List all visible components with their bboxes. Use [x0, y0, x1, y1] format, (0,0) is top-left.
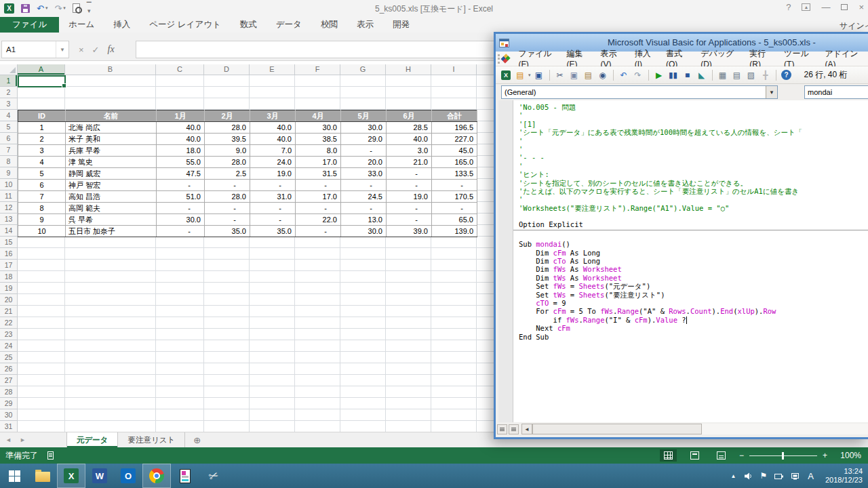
row-header-2[interactable]: 2	[0, 87, 18, 98]
table-cell[interactable]: 静岡 威宏	[66, 168, 157, 180]
table-cell[interactable]: -	[432, 180, 477, 191]
help-icon[interactable]: ?	[781, 69, 793, 81]
table-header-cell[interactable]: 1月	[157, 110, 205, 122]
table-cell[interactable]: 呉 早希	[66, 214, 157, 226]
table-header-cell[interactable]: ID	[18, 110, 66, 122]
column-header-I[interactable]: I	[431, 64, 477, 75]
table-cell[interactable]: -	[296, 180, 341, 191]
column-header-D[interactable]: D	[204, 64, 250, 75]
code-margin-bar[interactable]	[498, 100, 513, 422]
table-cell[interactable]: -	[387, 168, 432, 180]
table-header-cell[interactable]: 6月	[387, 110, 432, 122]
select-all-corner[interactable]	[0, 64, 18, 75]
column-header-E[interactable]: E	[250, 64, 295, 75]
column-header-G[interactable]: G	[340, 64, 386, 75]
code-editor[interactable]: 'No.005 - 問題''[1]'シート「元データ」にある表で残業時間が100…	[498, 100, 868, 422]
table-cell[interactable]: 高知 昌浩	[66, 191, 157, 203]
code-line[interactable]: cTO = 9	[519, 299, 868, 307]
table-cell[interactable]: 39.5	[205, 134, 250, 145]
taskbar-snipping-tool[interactable]: ✂	[199, 464, 228, 488]
code-line[interactable]: if fWs.Range("I" & cFm).Value ?	[519, 316, 868, 324]
table-cell[interactable]: 35.0	[250, 226, 296, 237]
table-header-cell[interactable]: 2月	[205, 110, 250, 122]
insert-function-icon[interactable]: fx	[108, 44, 115, 55]
code-line[interactable]: 'No.005 - 問題	[519, 103, 868, 111]
table-cell[interactable]: -	[250, 203, 296, 214]
table-cell[interactable]: 9	[18, 214, 66, 226]
table-cell[interactable]: 9.0	[205, 145, 250, 157]
table-cell[interactable]: -	[432, 203, 477, 214]
chevron-down-icon[interactable]: ▼	[766, 86, 777, 98]
code-line[interactable]	[519, 212, 868, 220]
code-line[interactable]: Option Explicit	[519, 220, 868, 228]
redo-icon[interactable]: ↷	[632, 69, 644, 81]
network-icon[interactable]	[791, 472, 800, 480]
code-line[interactable]: '	[519, 111, 868, 119]
taskbar-chrome[interactable]	[142, 464, 171, 488]
table-cell[interactable]: 55.0	[157, 157, 205, 168]
table-cell[interactable]: 40.0	[157, 122, 205, 134]
zoom-slider-thumb[interactable]	[782, 452, 784, 460]
row-header-23[interactable]: 23	[0, 329, 18, 340]
enter-icon[interactable]: ✓	[92, 45, 100, 55]
code-line[interactable]: Dim cTo As Long	[519, 257, 868, 265]
save-button[interactable]	[21, 4, 30, 13]
table-header-cell[interactable]: 4月	[296, 110, 341, 122]
code-line[interactable]: '	[519, 195, 868, 203]
table-cell[interactable]: 2	[18, 134, 66, 145]
zoom-percentage[interactable]: 100%	[837, 451, 861, 460]
table-cell[interactable]: 30.0	[341, 122, 387, 134]
ribbon-display-options-button[interactable]: ▲	[802, 3, 810, 11]
table-cell[interactable]: 19.0	[387, 191, 432, 203]
row-header-27[interactable]: 27	[0, 375, 18, 386]
row-header-15[interactable]: 15	[0, 237, 18, 248]
cut-icon[interactable]: ✂	[554, 69, 566, 81]
ribbon-tab-6[interactable]: 校閲	[311, 17, 347, 33]
reset-icon[interactable]: ■	[682, 69, 694, 81]
new-sheet-button[interactable]: ⊕	[185, 432, 209, 447]
row-header-21[interactable]: 21	[0, 306, 18, 317]
project-explorer-icon[interactable]: ▦	[717, 69, 729, 81]
horizontal-scrollbar[interactable]	[532, 424, 868, 434]
table-cell[interactable]: 30.0	[157, 214, 205, 226]
break-icon[interactable]: ▮▮	[667, 69, 679, 81]
table-cell[interactable]: 30.0	[296, 122, 341, 134]
insert-userform-icon[interactable]: ▤	[514, 69, 526, 81]
page-layout-view-button[interactable]	[686, 449, 703, 462]
macro-record-icon[interactable]	[47, 451, 54, 460]
table-cell[interactable]: 28.5	[387, 122, 432, 134]
table-cell[interactable]: 1	[18, 122, 66, 134]
zoom-in-button[interactable]: +	[823, 451, 827, 460]
row-header-3[interactable]: 3	[0, 98, 18, 110]
scrollbar-thumb[interactable]	[532, 424, 702, 434]
table-cell[interactable]: 39.0	[387, 226, 432, 237]
code-line[interactable]: 'Worksheets("要注意リスト").Range("A1").Value …	[519, 204, 868, 212]
taskbar-excel[interactable]: X	[57, 464, 85, 488]
ribbon-tab-1[interactable]: ホーム	[59, 17, 104, 33]
row-header-9[interactable]: 9	[0, 167, 18, 179]
taskbar-file-explorer[interactable]	[28, 464, 57, 488]
restore-button[interactable]	[841, 4, 848, 10]
row-header-10[interactable]: 10	[0, 179, 18, 190]
table-cell[interactable]: 7.0	[250, 145, 296, 157]
table-cell[interactable]: 51.0	[157, 191, 205, 203]
row-header-8[interactable]: 8	[0, 156, 18, 167]
selected-cell-a1[interactable]	[18, 75, 66, 87]
row-header-19[interactable]: 19	[0, 283, 18, 294]
copy-icon[interactable]: ▣	[568, 69, 580, 81]
code-line[interactable]: Sub mondai()	[519, 240, 868, 248]
table-cell[interactable]: 4	[18, 157, 66, 168]
table-cell[interactable]: 40.0	[387, 134, 432, 145]
zoom-slider[interactable]	[749, 455, 817, 456]
table-cell[interactable]: -	[296, 226, 341, 237]
table-cell[interactable]: 24.5	[341, 191, 387, 203]
row-header-7[interactable]: 7	[0, 144, 18, 156]
taskbar-outlook[interactable]: O	[114, 464, 142, 488]
row-headers[interactable]: 1234567891011121314151617181920212223242…	[0, 75, 18, 432]
table-cell[interactable]: 7	[18, 191, 66, 203]
column-header-F[interactable]: F	[295, 64, 340, 75]
table-header-cell[interactable]: 合計	[432, 110, 477, 122]
table-cell[interactable]: 30.0	[341, 226, 387, 237]
row-header-12[interactable]: 12	[0, 202, 18, 214]
row-header-13[interactable]: 13	[0, 214, 18, 225]
